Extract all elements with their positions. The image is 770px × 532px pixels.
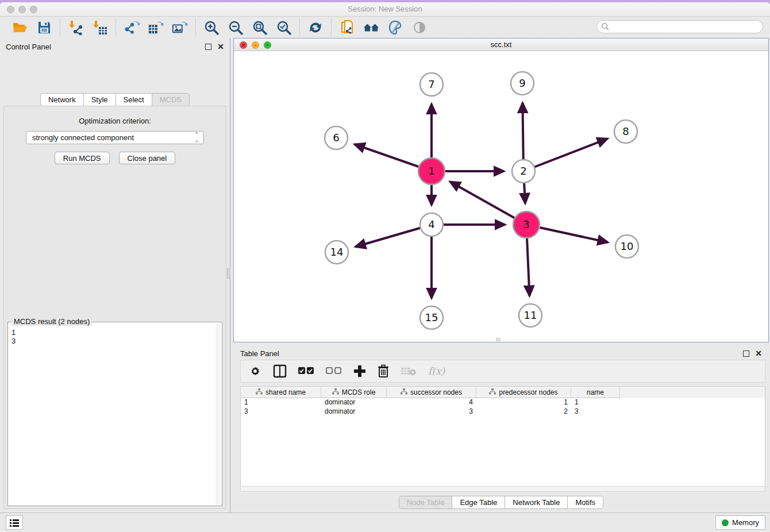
graph-node-3[interactable]: 3 bbox=[513, 211, 540, 238]
graph-node-1[interactable]: 1 bbox=[418, 158, 445, 184]
table-panel-title: Table Panel bbox=[240, 349, 279, 358]
table-tabs: Node Table Edge Table Network Table Moti… bbox=[233, 496, 769, 509]
export-table-icon[interactable] bbox=[148, 20, 164, 36]
function-builder-icon[interactable]: f(x) bbox=[428, 365, 445, 377]
float-panel-icon[interactable] bbox=[205, 44, 211, 50]
close-table-panel-icon[interactable]: ✕ bbox=[755, 349, 762, 357]
svg-text:6: 6 bbox=[333, 132, 339, 144]
view-close-icon[interactable]: ✕ bbox=[240, 41, 247, 49]
table-row[interactable]: 3dominator323 bbox=[241, 407, 765, 417]
graph-edge-2-8[interactable] bbox=[523, 138, 607, 171]
zoom-in-icon[interactable] bbox=[203, 20, 220, 36]
table-cell[interactable]: dominator bbox=[321, 398, 387, 407]
svg-text:7: 7 bbox=[428, 78, 434, 90]
memory-label: Memory bbox=[732, 518, 759, 527]
table-cell[interactable]: 2 bbox=[476, 407, 571, 417]
delete-table-icon[interactable] bbox=[401, 366, 417, 376]
chevron-up-down-icon: ⌃⌄ bbox=[194, 132, 199, 143]
view-resize-grip[interactable] bbox=[496, 338, 500, 341]
column-header-successor-nodes[interactable]: successor nodes bbox=[387, 387, 476, 398]
select-all-checkbox-icon[interactable] bbox=[298, 367, 314, 375]
table-header-row: shared nameMCDS rolesuccessor nodesprede… bbox=[241, 387, 765, 398]
view-maximize-icon[interactable]: + bbox=[264, 41, 271, 49]
network-graph[interactable]: 7968124314101511 bbox=[234, 51, 768, 342]
graph-node-6[interactable]: 6 bbox=[325, 126, 348, 149]
table-cell[interactable]: 1 bbox=[476, 398, 571, 407]
search-input[interactable] bbox=[596, 20, 763, 33]
mcds-result-text[interactable]: 1 3 bbox=[11, 328, 216, 504]
tab-network-table[interactable]: Network Table bbox=[505, 496, 567, 509]
column-header-predecessor-nodes[interactable]: predecessor nodes bbox=[476, 387, 571, 398]
table-cell[interactable]: 4 bbox=[387, 398, 476, 407]
column-header-shared-name[interactable]: shared name bbox=[241, 387, 321, 398]
view-minimize-icon[interactable]: − bbox=[252, 41, 259, 49]
open-file-icon[interactable] bbox=[12, 20, 28, 36]
search-field bbox=[596, 20, 763, 33]
svg-text:8: 8 bbox=[622, 125, 629, 137]
zoom-selected-icon[interactable] bbox=[276, 20, 292, 36]
clone-network-icon[interactable] bbox=[339, 20, 355, 36]
save-session-icon[interactable] bbox=[36, 20, 52, 36]
criterion-select[interactable]: strongly connected component ⌃⌄ bbox=[26, 131, 204, 144]
gear-icon[interactable] bbox=[249, 365, 261, 377]
column-pane-icon[interactable] bbox=[273, 364, 287, 378]
window-title: Session: New Session bbox=[0, 5, 770, 13]
table-row[interactable]: 1dominator411 bbox=[241, 398, 765, 407]
mcds-result-title: MCDS result (2 nodes) bbox=[11, 317, 92, 326]
network-view-window: ✕ − + scc.txt 7968124314101511 bbox=[233, 38, 769, 342]
svg-text:3: 3 bbox=[523, 218, 529, 230]
graph-node-4[interactable]: 4 bbox=[420, 213, 443, 236]
table-cell[interactable]: 1 bbox=[241, 398, 321, 407]
svg-text:4: 4 bbox=[428, 218, 434, 230]
panel-splitter-handle[interactable] bbox=[227, 268, 230, 279]
optimization-criterion-label: Optimization criterion: bbox=[4, 117, 226, 125]
export-image-icon[interactable] bbox=[172, 20, 188, 36]
graph-node-15[interactable]: 15 bbox=[420, 306, 443, 329]
tab-motifs[interactable]: Motifs bbox=[567, 496, 603, 509]
graph-node-9[interactable]: 9 bbox=[511, 72, 534, 95]
network-window-titlebar[interactable]: ✕ − + scc.txt bbox=[234, 38, 768, 51]
table-cell[interactable]: 3 bbox=[241, 407, 321, 417]
graph-node-11[interactable]: 11 bbox=[519, 304, 542, 327]
table-panel: Table Panel ✕ bbox=[233, 345, 769, 514]
refresh-layout-icon[interactable] bbox=[307, 20, 324, 36]
zoom-out-icon[interactable] bbox=[228, 20, 244, 36]
import-network-icon[interactable] bbox=[68, 20, 84, 36]
result-scrollbar[interactable] bbox=[215, 323, 221, 504]
close-panel-button[interactable]: Close panel bbox=[119, 152, 176, 164]
zoom-fit-icon[interactable] bbox=[252, 20, 268, 36]
close-panel-icon[interactable]: ✕ bbox=[217, 43, 224, 51]
add-row-icon[interactable] bbox=[353, 365, 366, 377]
tab-select[interactable]: Select bbox=[116, 93, 152, 106]
export-network-icon[interactable] bbox=[124, 20, 140, 36]
tab-network[interactable]: Network bbox=[40, 93, 83, 106]
network-canvas[interactable]: 7968124314101511 bbox=[234, 51, 768, 342]
table-cell[interactable]: 3 bbox=[387, 407, 476, 417]
column-header-MCDS-role[interactable]: MCDS role bbox=[321, 387, 387, 398]
first-neighbors-icon[interactable] bbox=[363, 20, 379, 36]
deselect-all-checkbox-icon[interactable] bbox=[326, 367, 342, 375]
tab-mcds[interactable]: MCDS bbox=[152, 93, 190, 106]
tab-node-table[interactable]: Node Table bbox=[399, 496, 452, 509]
memory-button[interactable]: Memory bbox=[715, 515, 765, 530]
graph-node-2[interactable]: 2 bbox=[512, 160, 535, 183]
delete-row-icon[interactable] bbox=[378, 364, 389, 378]
run-mcds-button[interactable]: Run MCDS bbox=[55, 152, 110, 164]
show-hide-icon[interactable] bbox=[411, 20, 428, 36]
tab-edge-table[interactable]: Edge Table bbox=[452, 496, 505, 509]
table-horizontal-scrollbar[interactable] bbox=[240, 486, 765, 492]
column-header-name[interactable]: name bbox=[571, 387, 620, 398]
import-table-icon[interactable] bbox=[92, 20, 108, 36]
graph-node-8[interactable]: 8 bbox=[614, 120, 637, 143]
graph-node-7[interactable]: 7 bbox=[420, 73, 443, 96]
network-title: scc.txt bbox=[234, 38, 768, 51]
task-history-button[interactable] bbox=[6, 515, 23, 530]
table-cell[interactable]: dominator bbox=[321, 407, 387, 417]
hide-style-icon[interactable] bbox=[387, 20, 403, 36]
float-table-panel-icon[interactable] bbox=[743, 350, 749, 357]
table-cell[interactable]: 3 bbox=[571, 407, 620, 417]
tab-style[interactable]: Style bbox=[83, 93, 116, 106]
graph-node-10[interactable]: 10 bbox=[615, 235, 638, 258]
table-cell[interactable]: 1 bbox=[571, 398, 620, 407]
graph-node-14[interactable]: 14 bbox=[325, 241, 348, 264]
